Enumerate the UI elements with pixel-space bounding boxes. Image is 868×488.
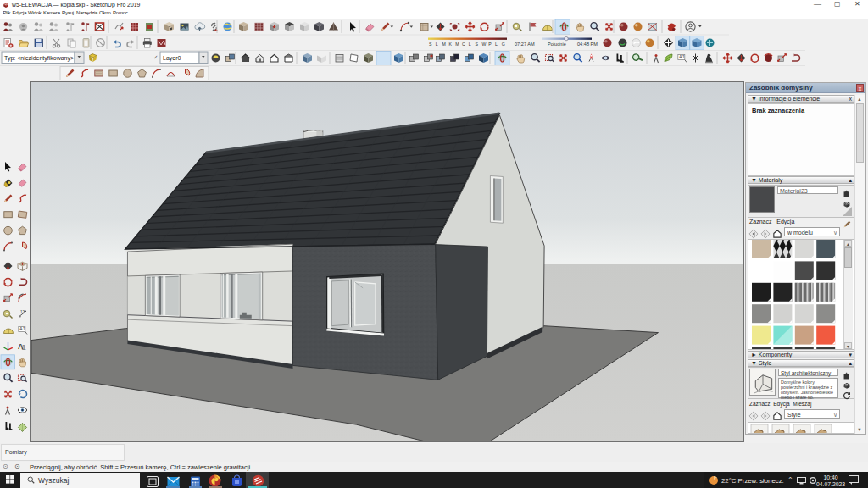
svg-text:M: M (455, 42, 459, 47)
svg-text:S: S (429, 42, 432, 47)
svg-text:L: L (436, 42, 438, 47)
svg-text:A1: A1 (19, 326, 25, 331)
svg-text:04:48 PM: 04:48 PM (577, 42, 598, 47)
svg-text:12: 12 (20, 310, 25, 314)
svg-text:A1: A1 (679, 54, 685, 59)
svg-text:Layer0: Layer0 (163, 55, 181, 62)
svg-text:W: W (481, 42, 486, 47)
svg-text:P: P (488, 42, 492, 47)
svg-text:C: C (462, 42, 465, 47)
svg-text:G: G (502, 42, 505, 47)
svg-text:K: K (448, 42, 452, 47)
svg-text:1: 1 (22, 343, 26, 352)
svg-text:07:27 AM: 07:27 AM (515, 42, 535, 47)
svg-text:M: M (442, 42, 446, 47)
svg-text:S: S (476, 42, 479, 47)
svg-text:L: L (495, 42, 498, 47)
svg-text:✓: ✓ (153, 54, 158, 60)
svg-text:L: L (469, 42, 471, 47)
svg-text:Południe: Południe (548, 42, 566, 47)
